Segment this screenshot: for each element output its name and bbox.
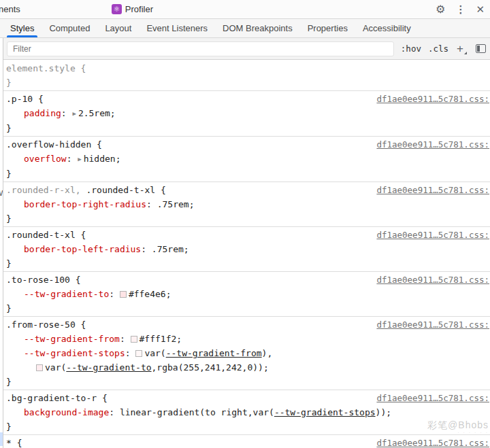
rule-selector[interactable]: .to-rose-100 [6, 275, 70, 285]
css-variable-link[interactable]: --tw-gradient-from [166, 348, 262, 358]
tab-components-partial[interactable]: nents [0, 4, 30, 14]
new-style-rule-button[interactable]: + [457, 43, 463, 54]
open-brace: { [12, 438, 22, 448]
react-profiler-icon: ⚛ [112, 4, 122, 14]
rule-header: df1ae0ee911…5c781.css:.bg-gradient-to-r … [6, 391, 489, 405]
styles-pane: :hov .cls + element.style {}df1ae0ee911…… [3, 38, 490, 448]
tab-profiler-label: Profiler [125, 4, 153, 14]
open-brace: { [76, 230, 86, 240]
declaration-continuation: var(--tw-gradient-to,rgba(255,241,242,0)… [6, 360, 489, 375]
color-swatch[interactable] [135, 350, 142, 357]
declaration-line: border-top-left-radius: .75rem; [6, 242, 489, 256]
property-name[interactable]: overflow [24, 154, 67, 164]
rule-header: df1ae0ee911…5c781.css:.from-rose-50 { [6, 317, 489, 332]
property-name[interactable]: border-top-right-radius [24, 199, 146, 209]
source-link[interactable]: df1ae0ee911…5c781.css: [376, 317, 489, 332]
colon: : [67, 154, 78, 164]
expand-shorthand-icon[interactable]: ▶ [77, 156, 83, 162]
styles-subtab-bar: StylesComputedLayoutEvent ListenersDOM B… [0, 19, 490, 38]
declaration-line: overflow: ▶hidden; [6, 152, 489, 167]
css-rule: df1ae0ee911…5c781.css:.overflow-hidden {… [3, 137, 490, 182]
sidebar-layout-icon[interactable] [476, 44, 486, 53]
declaration-line: border-top-right-radius: .75rem; [6, 197, 489, 211]
property-name[interactable]: padding [24, 108, 61, 118]
css-variable-link[interactable]: --tw-gradient-to [66, 362, 151, 373]
settings-gear-icon[interactable]: ⚙ [436, 3, 445, 16]
declaration-line: --tw-gradient-to: #ffe4e6; [6, 287, 489, 301]
source-link[interactable]: df1ae0ee911…5c781.css: [376, 273, 489, 287]
property-name[interactable]: --tw-gradient-to [24, 289, 109, 299]
property-value[interactable]: 2.5rem; [78, 108, 116, 118]
subtab-event-listeners[interactable]: Event Listeners [139, 19, 215, 37]
property-value[interactable]: var( [144, 348, 165, 358]
styles-filter-input[interactable] [7, 41, 394, 56]
rule-header: df1ae0ee911…5c781.css:* { [6, 436, 489, 448]
property-value[interactable]: )); [376, 407, 391, 417]
property-value[interactable]: linear-gradient(to right,var( [120, 407, 274, 417]
toggle-hover-state-button[interactable]: :hov [401, 44, 421, 54]
rule-selector[interactable]: .rounded-r-xl, [6, 185, 81, 195]
open-brace: { [155, 185, 166, 195]
close-brace: } [6, 377, 12, 387]
source-link[interactable]: df1ae0ee911…5c781.css: [376, 228, 489, 242]
topbar-actions: ⚙ ⋮ ✕ [436, 3, 490, 16]
rule-header: df1ae0ee911…5c781.css:.rounded-r-xl, .ro… [6, 183, 489, 197]
close-brace: } [6, 421, 12, 432]
source-link[interactable]: df1ae0ee911…5c781.css: [376, 92, 489, 106]
colon: : [125, 348, 136, 358]
color-swatch[interactable] [36, 364, 43, 371]
toggle-element-classes-button[interactable]: .cls [428, 44, 448, 54]
source-link[interactable]: df1ae0ee911…5c781.css: [376, 391, 489, 405]
close-brace: } [6, 77, 12, 88]
color-swatch[interactable] [120, 291, 127, 298]
rule-header: df1ae0ee911…5c781.css:.rounded-t-xl { [6, 228, 489, 242]
close-brace: } [6, 213, 12, 224]
property-value[interactable]: #fff1f2; [140, 334, 182, 344]
property-value[interactable]: ,rgba(255,241,242,0)); [152, 362, 269, 373]
more-options-icon[interactable]: ⋮ [455, 3, 466, 16]
property-value[interactable]: #ffe4e6; [129, 289, 172, 299]
css-rule: element.style {} [3, 61, 490, 91]
rule-selector[interactable]: .p-10 [6, 94, 33, 104]
color-swatch[interactable] [131, 336, 137, 343]
css-variable-link[interactable]: --tw-gradient-stops [274, 407, 376, 417]
open-brace: { [97, 393, 108, 403]
css-rule: df1ae0ee911…5c781.css:.rounded-r-xl, .ro… [3, 182, 490, 227]
subtab-properties[interactable]: Properties [300, 19, 355, 37]
subtab-layout[interactable]: Layout [97, 19, 139, 37]
colon: : [146, 199, 157, 209]
rule-selector[interactable]: .bg-gradient-to-r [6, 393, 97, 403]
tab-profiler[interactable]: ⚛ Profiler [112, 4, 153, 14]
open-brace: { [76, 63, 86, 73]
rule-selector[interactable]: .rounded-t-xl [6, 230, 76, 240]
rule-header: df1ae0ee911…5c781.css:.to-rose-100 { [6, 273, 489, 287]
source-link[interactable]: df1ae0ee911…5c781.css: [376, 436, 489, 448]
property-value[interactable]: hidden; [84, 154, 121, 164]
rule-selector[interactable]: element.style [6, 63, 76, 73]
property-value[interactable]: .75rem; [157, 199, 195, 209]
property-value[interactable]: var( [45, 362, 66, 373]
subtab-dom-breakpoints[interactable]: DOM Breakpoints [215, 19, 300, 37]
source-link[interactable]: df1ae0ee911…5c781.css: [376, 183, 489, 197]
rule-selector[interactable]: .overflow-hidden [6, 139, 91, 150]
property-name[interactable]: --tw-gradient-stops [24, 348, 125, 358]
property-value[interactable]: ), [262, 348, 273, 358]
close-icon[interactable]: ✕ [476, 3, 485, 16]
subtab-styles[interactable]: Styles [3, 19, 42, 37]
subtab-computed[interactable]: Computed [42, 19, 97, 37]
devtools-tabbar: nents ⚛ Profiler ⚙ ⋮ ✕ [0, 0, 490, 19]
source-link[interactable]: df1ae0ee911…5c781.css: [376, 137, 489, 152]
property-name[interactable]: background-image [24, 407, 109, 417]
property-name[interactable]: border-top-left-radius [24, 244, 141, 254]
open-brace: { [91, 139, 102, 150]
subtab-accessibility[interactable]: Accessibility [355, 19, 419, 37]
property-name[interactable]: --tw-gradient-from [24, 334, 120, 344]
expand-shorthand-icon[interactable]: ▶ [71, 110, 78, 117]
open-brace: { [76, 320, 86, 330]
property-value[interactable]: .75rem; [152, 244, 189, 254]
css-rule: df1ae0ee911…5c781.css:.p-10 {padding: ▶2… [3, 91, 490, 137]
css-rule: df1ae0ee911…5c781.css:* {--tw-ring-inset… [3, 435, 490, 448]
rule-selector[interactable]: .from-rose-50 [6, 320, 76, 330]
rule-selector[interactable]: * [6, 438, 12, 448]
rule-selector[interactable]: .rounded-t-xl [81, 185, 156, 195]
